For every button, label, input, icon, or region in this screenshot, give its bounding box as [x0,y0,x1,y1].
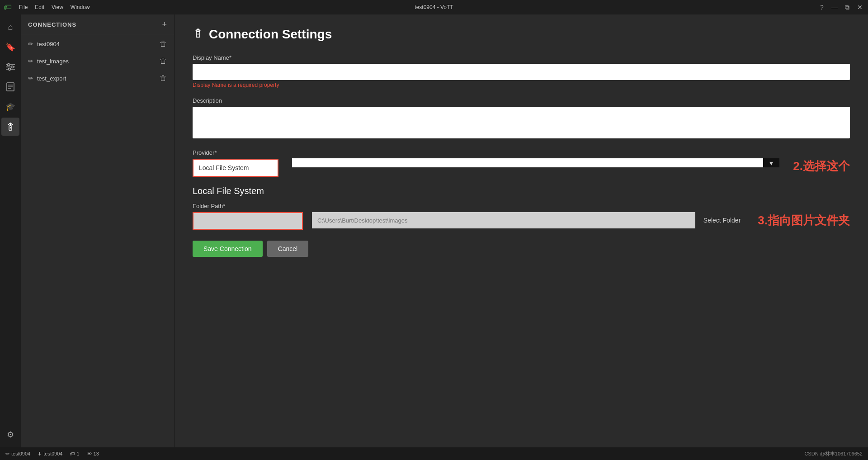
nav-bookmark[interactable]: 🔖 [1,38,19,56]
select-folder-button[interactable]: Select Folder [695,212,749,228]
connection-settings-icon [193,28,203,41]
status-left: ✏ test0904 ⬇ test0904 🏷 1 👁 13 [5,451,99,457]
nav-home[interactable]: ⌂ [1,18,19,36]
delete-connection-icon[interactable]: 🗑 [160,57,167,65]
status-visits-icon: 👁 [87,451,92,456]
connection-name: test_images [37,58,69,65]
delete-connection-icon[interactable]: 🗑 [160,74,167,82]
step3-annotation: 3.指向图片文件夹 [758,213,850,228]
provider-group: Provider* Local File System [193,149,278,177]
description-label: Description [193,97,850,104]
window-controls: ? — ⧉ ✕ [817,4,864,11]
folder-path-label: Folder Path* [193,203,303,209]
svg-point-4 [11,66,14,68]
connection-item-test-images[interactable]: ✏ test_images 🗑 [21,52,174,70]
nav-connections[interactable] [1,118,19,136]
status-visits-count: 13 [94,451,99,456]
connections-header: CONNECTIONS + [21,14,174,35]
provider-full-value [292,158,763,167]
status-export: ⬇ test0904 [38,451,62,457]
minimize-button[interactable]: — [830,4,839,11]
menu-window[interactable]: Window [71,4,90,10]
step1-label: 1. [175,118,175,132]
connection-name: test_export [37,75,66,82]
nav-gear[interactable]: ⚙ [1,426,19,444]
cancel-button[interactable]: Cancel [267,241,309,257]
provider-dropdown-full: ▾ [292,149,779,167]
folder-path-full-section: Select Folder [312,212,749,228]
display-name-label: Display Name* [193,54,850,61]
close-button[interactable]: ✕ [855,4,864,11]
title-bar-left: 🏷 File Edit View Window [4,3,90,12]
menu-file[interactable]: File [19,4,28,10]
nav-export[interactable]: 🎓 [1,98,19,116]
window-title: test0904 - VoTT [415,4,453,10]
provider-row: Provider* Local File System ▾ 2.选择这个 [193,149,850,177]
step3-label: 3.指向图片文件夹 [758,213,850,227]
delete-connection-icon[interactable]: 🗑 [160,40,167,48]
app-body: ⌂ 🔖 🎓 [0,14,868,447]
connection-item-left: ✏ test_images [28,57,69,65]
svg-point-5 [9,68,11,71]
status-export-name: test0904 [43,451,62,456]
connections-sidebar: CONNECTIONS + ✏ test0904 🗑 ✏ test_images… [21,14,175,447]
menu-bar: File Edit View Window [19,4,90,10]
connections-title: CONNECTIONS [28,21,76,28]
status-tags: 🏷 1 [70,451,79,456]
folder-path-full-input[interactable] [312,212,695,228]
nav-document[interactable] [1,78,19,96]
help-button[interactable]: ? [817,4,826,11]
page-header: Connection Settings [193,27,850,42]
provider-full-select: ▾ [292,158,779,167]
connection-item-left: ✏ test_export [28,75,66,82]
folder-path-input[interactable] [193,213,302,229]
status-tags-count: 1 [76,451,79,456]
app-logo: 🏷 [4,3,12,12]
folder-path-full-row: Select Folder [312,212,749,228]
nav-icons-bottom: ⚙ [1,426,19,447]
add-connection-button[interactable]: + [162,20,167,29]
status-tags-icon: 🏷 [70,451,75,456]
folder-path-inner [193,213,302,229]
folder-path-group: Folder Path* [193,203,303,230]
button-row: Save Connection Cancel [193,241,850,257]
description-input[interactable] [193,107,850,138]
page-title: Connection Settings [209,27,332,42]
provider-label: Provider* [193,149,278,156]
icon-sidebar: ⌂ 🔖 🎓 [0,14,21,447]
folder-path-row-wrapper: Folder Path* Select Folder 3.指向图片文件夹 [193,203,850,230]
provider-outline-box: Local File System [193,159,278,177]
title-bar: 🏷 File Edit View Window test0904 - VoTT … [0,0,868,14]
nav-sliders[interactable] [1,58,19,76]
folder-path-outline [193,212,303,230]
step2-label: 2.选择这个 [793,158,850,174]
edit-icon: ✏ [28,75,33,82]
maximize-button[interactable]: ⧉ [843,4,852,11]
lfs-title: Local File System [193,186,850,196]
step2-annotation: 2.选择这个 [793,158,850,174]
nav-icons-top: ⌂ 🔖 🎓 [1,18,19,426]
svg-point-3 [8,64,10,66]
status-credit: CSDN @林丰1061706652 [804,451,863,457]
menu-view[interactable]: View [52,4,63,10]
save-connection-button[interactable]: Save Connection [193,241,263,257]
connection-item-left: ✏ test0904 [28,40,60,47]
status-export-icon: ⬇ [38,451,42,457]
provider-select-wrapper: Local File System [193,160,278,176]
edit-icon: ✏ [28,40,33,47]
status-project: ✏ test0904 [5,451,30,457]
local-file-system-section: Local File System [193,186,850,196]
provider-dropdown-arrow[interactable]: ▾ [763,158,779,167]
provider-display: Local File System [193,160,278,176]
menu-edit[interactable]: Edit [35,4,44,10]
status-bar: ✏ test0904 ⬇ test0904 🏷 1 👁 13 CSDN @林丰1… [0,447,868,460]
status-visits: 👁 13 [87,451,99,456]
status-project-name: test0904 [11,451,30,456]
display-name-input[interactable] [193,64,850,80]
connection-item-test-export[interactable]: ✏ test_export 🗑 [21,70,174,87]
edit-icon: ✏ [28,57,33,65]
status-project-icon: ✏ [5,451,9,457]
description-group: Description [193,97,850,140]
display-name-error: Display Name is a required property [193,82,850,88]
connection-item-test0904[interactable]: ✏ test0904 🗑 [21,35,174,52]
